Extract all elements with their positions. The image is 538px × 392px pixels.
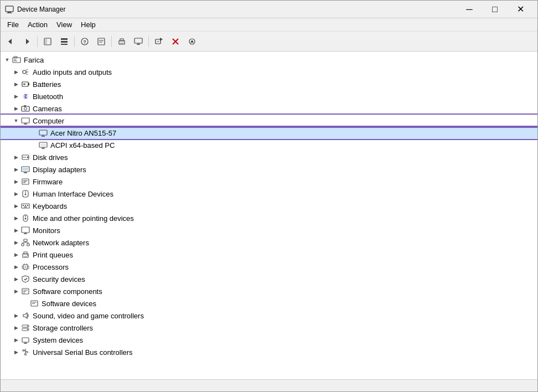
print-button[interactable]	[114, 34, 130, 49]
audio-expand[interactable]: ▶	[12, 68, 20, 76]
tree-node-security[interactable]: ▶ Security devices	[1, 273, 537, 285]
sound-expand[interactable]: ▶	[12, 311, 20, 320]
tree-node-cameras[interactable]: ▶ Cameras	[1, 102, 537, 115]
disk-icon	[20, 153, 30, 162]
batteries-label: Batteries	[33, 80, 61, 89]
software-comp-label: Software components	[33, 287, 102, 296]
svg-rect-6	[44, 38, 47, 45]
tree-node-computer[interactable]: ▼ Computer	[1, 115, 537, 127]
bluetooth-label: Bluetooth	[33, 92, 63, 101]
tree-node-bluetooth[interactable]: ▶ Bluetooth	[1, 90, 537, 102]
svg-point-32	[23, 70, 26, 74]
bluetooth-expand[interactable]: ▶	[12, 92, 20, 101]
tree-node-audio[interactable]: ▶ Audio inputs and outputs	[1, 66, 537, 78]
tree-node-hid[interactable]: ▶ Human Interface Devices	[1, 188, 537, 200]
tree-node-monitors[interactable]: ▶ Monitors	[1, 224, 537, 236]
tree-view[interactable]: ▼ Farica ▶	[1, 51, 537, 379]
monitors-expand[interactable]: ▶	[12, 226, 20, 235]
hid-icon	[20, 189, 30, 198]
back-button[interactable]	[3, 34, 18, 49]
tree-node-disk[interactable]: ▶ Disk drives	[1, 151, 537, 163]
device-manager-window: Device Manager ─ □ ✕ File Action View He…	[0, 0, 538, 392]
tree-node-batteries[interactable]: ▶ Batteries	[1, 78, 537, 90]
svg-marker-22	[160, 38, 163, 41]
hid-label: Human Interface Devices	[33, 190, 113, 198]
menu-file[interactable]: File	[3, 18, 23, 31]
svg-rect-82	[27, 244, 29, 246]
svg-rect-71	[25, 205, 26, 206]
monitor-button[interactable]	[131, 34, 146, 49]
maximize-button[interactable]: □	[482, 1, 508, 18]
tree-node-firmware[interactable]: ▶ Firmware	[1, 176, 537, 188]
firmware-expand[interactable]: ▶	[12, 177, 20, 186]
mice-expand[interactable]: ▶	[12, 214, 20, 223]
software-comp-expand[interactable]: ▶	[12, 287, 20, 296]
computer-expand[interactable]: ▼	[12, 116, 20, 125]
tree-node-mice[interactable]: ▶ Mice and other pointing devices	[1, 212, 537, 224]
processors-expand[interactable]: ▶	[12, 262, 20, 271]
add-driver-button[interactable]	[151, 34, 167, 49]
tree-node-software-comp[interactable]: ▶ Software components	[1, 285, 537, 297]
tree-node-usb[interactable]: ▶ Universal Serial Bus controllers	[1, 346, 537, 358]
security-icon	[20, 275, 30, 283]
root-expand-arrow[interactable]: ▼	[3, 55, 12, 64]
usb-expand[interactable]: ▶	[12, 348, 20, 357]
svg-rect-115	[22, 338, 29, 342]
svg-text:?: ?	[83, 39, 86, 45]
list-view-button[interactable]	[56, 34, 72, 49]
menu-action[interactable]: Action	[23, 18, 52, 31]
tree-node-display[interactable]: ▶ Display adapters	[1, 163, 537, 176]
computer-label: Computer	[33, 117, 64, 125]
title-bar: Device Manager ─ □ ✕	[1, 1, 537, 18]
minimize-button[interactable]: ─	[457, 1, 482, 18]
tree-node-network[interactable]: ▶ Network adapters	[1, 236, 537, 249]
show-hide-button[interactable]	[40, 34, 55, 49]
acpi-label: ACPI x64-based PC	[50, 141, 115, 149]
hid-expand[interactable]: ▶	[12, 189, 20, 198]
properties-button[interactable]	[94, 34, 109, 49]
storage-expand[interactable]: ▶	[12, 323, 20, 332]
keyboards-expand[interactable]: ▶	[12, 202, 20, 210]
root-label: Farica	[24, 56, 44, 64]
svg-rect-18	[134, 38, 142, 43]
svg-rect-121	[23, 350, 24, 351]
svg-marker-110	[23, 313, 27, 318]
firmware-label: Firmware	[33, 178, 63, 186]
remove-button[interactable]	[168, 34, 183, 49]
disk-expand[interactable]: ▶	[12, 153, 20, 162]
menu-view[interactable]: View	[52, 18, 76, 31]
tree-node-storage[interactable]: ▶ Storage controllers	[1, 322, 537, 334]
svg-rect-37	[28, 83, 29, 85]
security-expand[interactable]: ▶	[12, 275, 20, 283]
print-expand[interactable]: ▶	[12, 250, 20, 259]
usb-icon	[20, 348, 30, 357]
display-expand[interactable]: ▶	[12, 165, 20, 174]
mice-label: Mice and other pointing devices	[33, 214, 134, 223]
tree-node-system[interactable]: ▶ System devices	[1, 334, 537, 346]
help-button[interactable]: ?	[77, 34, 92, 49]
svg-rect-92	[24, 266, 27, 268]
monitors-icon	[20, 226, 30, 235]
forward-button[interactable]	[19, 34, 35, 49]
svg-rect-44	[22, 118, 29, 123]
tree-node-processors[interactable]: ▶ Processors	[1, 261, 537, 273]
svg-rect-59	[23, 168, 28, 171]
svg-rect-0	[6, 6, 13, 12]
tree-node-software-dev[interactable]: ▶ Software devices	[1, 297, 537, 310]
svg-marker-3	[8, 39, 12, 44]
tree-root[interactable]: ▼ Farica	[1, 54, 537, 66]
tree-node-sound[interactable]: ▶ Sound, video and game controllers	[1, 310, 537, 322]
tree-node-acer-nitro[interactable]: ▶ Acer Nitro AN515-57	[1, 127, 537, 139]
close-button[interactable]: ✕	[508, 1, 533, 18]
main-content: ▼ Farica ▶	[1, 51, 537, 379]
system-expand[interactable]: ▶	[12, 336, 20, 344]
tree-node-acpi[interactable]: ▶ ACPI x64-based PC	[1, 139, 537, 151]
network-expand[interactable]: ▶	[12, 238, 20, 247]
update-button[interactable]	[184, 34, 200, 49]
cameras-expand[interactable]: ▶	[12, 104, 20, 113]
svg-rect-7	[61, 38, 68, 40]
tree-node-print[interactable]: ▶ Print queues	[1, 249, 537, 261]
batteries-expand[interactable]: ▶	[12, 80, 20, 89]
tree-node-keyboards[interactable]: ▶ Keyboards	[1, 200, 537, 212]
menu-help[interactable]: Help	[76, 18, 100, 31]
